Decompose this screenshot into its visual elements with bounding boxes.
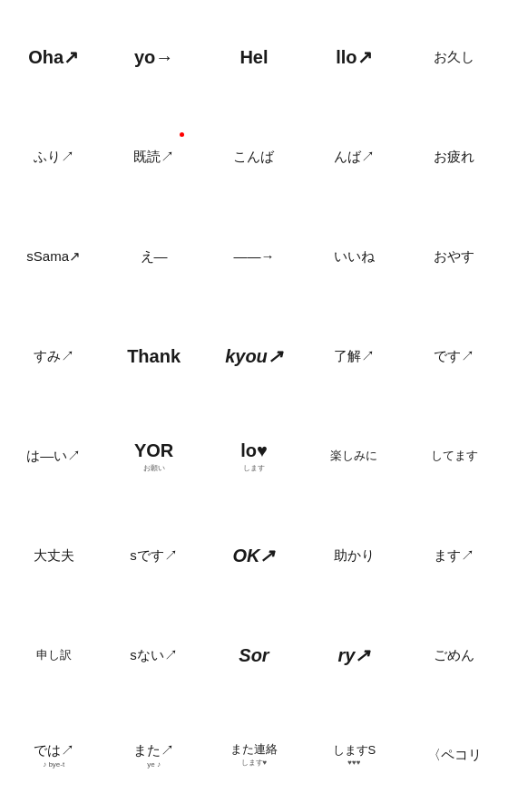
cell-text-lov: lo♥ bbox=[240, 440, 268, 461]
cell-furi[interactable]: ふり↗ bbox=[4, 107, 103, 207]
cell-text-oha: Oha↗ bbox=[28, 46, 79, 68]
cell-text-e: え― bbox=[141, 248, 168, 265]
red-dot-icon bbox=[180, 132, 184, 137]
cell-text-mata: また↗ bbox=[133, 742, 174, 759]
cell-lov[interactable]: lo♥ します bbox=[204, 406, 304, 506]
cell-kyou[interactable]: kyou↗ bbox=[204, 306, 304, 406]
cell-text-dewa: では↗ bbox=[34, 742, 74, 759]
cell-text-shimasu2: しますS bbox=[333, 743, 376, 758]
cell-oha[interactable]: Oha↗ bbox=[4, 7, 103, 107]
cell-text-tasukari: 助かり bbox=[334, 547, 375, 564]
cell-text-ohisa: お久し bbox=[434, 49, 474, 65]
cell-kidoku[interactable]: 既読↗ bbox=[103, 107, 203, 207]
cell-text-hel: Hel bbox=[239, 46, 268, 68]
cell-text-desu: です↗ bbox=[434, 348, 474, 364]
cell-text-pekori: 〈ペコリ bbox=[427, 747, 482, 763]
cell-oyasu[interactable]: おやす bbox=[405, 207, 504, 306]
cell-matarenraku[interactable]: また連絡 します♥ bbox=[204, 705, 304, 805]
cell-sub-lov: します bbox=[243, 463, 265, 473]
cell-text-sama: sSama↗ bbox=[26, 248, 81, 265]
cell-pekori[interactable]: 〈ペコリ bbox=[405, 705, 504, 805]
cell-text-daijoubu: 大丈夫 bbox=[34, 547, 74, 564]
cell-sor[interactable]: Sor bbox=[204, 605, 304, 705]
cell-text-tanoshimi: 楽しみに bbox=[330, 449, 377, 463]
cell-text-sumi: すみ↗ bbox=[34, 348, 74, 364]
cell-text-yor: YOR bbox=[134, 440, 173, 461]
cell-sama[interactable]: sSama↗ bbox=[4, 207, 103, 306]
cell-text-desune: sです↗ bbox=[130, 547, 178, 564]
cell-shimasu2[interactable]: しますS ♥♥♥ bbox=[304, 705, 404, 805]
cell-shimasu[interactable]: してます bbox=[405, 406, 504, 506]
cell-sumi[interactable]: すみ↗ bbox=[4, 306, 103, 406]
cell-sub-matarenraku: します♥ bbox=[241, 758, 268, 768]
cell-llo[interactable]: llo↗ bbox=[304, 7, 404, 107]
cell-text-ryokai: 了解↗ bbox=[334, 348, 375, 364]
cell-desune[interactable]: sです↗ bbox=[103, 506, 203, 605]
cell-sub-mata: ye ♪ bbox=[147, 760, 161, 768]
cell-text-nai: sない↗ bbox=[130, 647, 178, 663]
cell-tasukari[interactable]: 助かり bbox=[304, 506, 404, 605]
cell-konba[interactable]: こんば bbox=[204, 107, 304, 207]
cell-desu[interactable]: です↗ bbox=[405, 306, 504, 406]
cell-text-llo: llo↗ bbox=[336, 46, 372, 68]
cell-text-masu: ます↗ bbox=[434, 547, 474, 564]
cell-haai[interactable]: は―い↗ bbox=[4, 406, 103, 506]
cell-moushi[interactable]: 申し訳 bbox=[4, 605, 103, 705]
cell-mata[interactable]: また↗ ye ♪ bbox=[103, 705, 203, 805]
cell-daijoubu[interactable]: 大丈夫 bbox=[4, 506, 103, 605]
cell-text-oyasu: おやす bbox=[434, 248, 474, 265]
cell-masu[interactable]: ます↗ bbox=[405, 506, 504, 605]
cell-otsukare[interactable]: お疲れ bbox=[405, 107, 504, 207]
cell-sub-yor: お願い bbox=[143, 463, 165, 473]
cell-text-gomen: ごめん bbox=[434, 647, 474, 663]
cell-ok[interactable]: OK↗ bbox=[204, 506, 304, 605]
cell-text-moushi: 申し訳 bbox=[36, 648, 72, 662]
cell-text-konba: こんば bbox=[233, 149, 274, 165]
cell-hel[interactable]: Hel bbox=[204, 7, 304, 107]
cell-text-furi: ふり↗ bbox=[34, 149, 74, 165]
cell-text-shimasu: してます bbox=[431, 449, 478, 463]
cell-text-kyou: kyou↗ bbox=[225, 345, 283, 367]
cell-text-haai: は―い↗ bbox=[26, 448, 81, 464]
cell-gomen[interactable]: ごめん bbox=[405, 605, 504, 705]
cell-e[interactable]: え― bbox=[103, 207, 203, 306]
cell-text-iine: いいね bbox=[334, 248, 375, 265]
cell-text-kidoku: 既読↗ bbox=[133, 149, 174, 165]
cell-dewa[interactable]: では↗ ♪ bye-t bbox=[4, 705, 103, 805]
cell-arrow[interactable]: ――→ bbox=[204, 207, 304, 306]
cell-thank[interactable]: Thank bbox=[103, 306, 203, 406]
cell-text-otsukare: お疲れ bbox=[434, 149, 474, 165]
cell-ohisa[interactable]: お久し bbox=[405, 7, 504, 107]
cell-text-ry: ry↗ bbox=[337, 644, 370, 666]
cell-tanoshimi[interactable]: 楽しみに bbox=[304, 406, 404, 506]
cell-sub-dewa: ♪ bye-t bbox=[43, 760, 64, 768]
cell-text-matarenraku: また連絡 bbox=[230, 742, 278, 757]
cell-nba[interactable]: んば↗ bbox=[304, 107, 404, 207]
cell-text-arrow: ――→ bbox=[233, 248, 274, 265]
cell-text-ok: OK↗ bbox=[232, 545, 275, 566]
cell-text-yo: yo→ bbox=[134, 46, 173, 68]
cell-ry[interactable]: ry↗ bbox=[304, 605, 404, 705]
cell-text-thank: Thank bbox=[127, 345, 181, 367]
cell-yo[interactable]: yo→ bbox=[103, 7, 203, 107]
cell-iine[interactable]: いいね bbox=[304, 207, 404, 306]
cell-text-sor: Sor bbox=[239, 644, 269, 666]
sticker-grid: Oha↗ yo→ Hel llo↗ お久し ふり↗ 既読↗ こんば んば↗ お疲… bbox=[0, 0, 508, 812]
cell-nai[interactable]: sない↗ bbox=[103, 605, 203, 705]
cell-sub-shimasu2: ♥♥♥ bbox=[347, 759, 360, 767]
cell-yor[interactable]: YOR お願い bbox=[103, 406, 203, 506]
cell-ryokai[interactable]: 了解↗ bbox=[304, 306, 404, 406]
cell-text-nba: んば↗ bbox=[334, 149, 375, 165]
